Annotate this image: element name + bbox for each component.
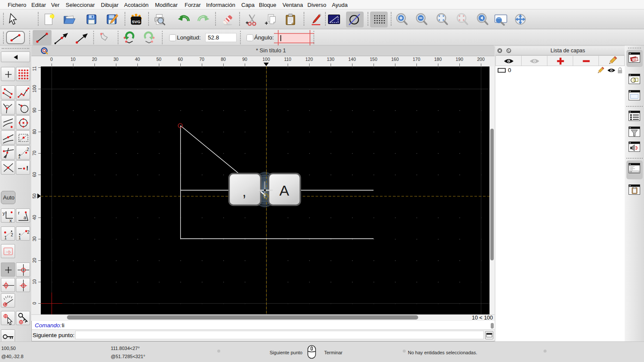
svg-text:190: 190 bbox=[456, 57, 463, 62]
svg-text:2: 2 bbox=[27, 147, 29, 152]
svg-text:y: y bbox=[3, 211, 5, 216]
svg-text:180: 180 bbox=[434, 57, 442, 62]
svg-text:A: A bbox=[279, 182, 289, 199]
svg-text:30: 30 bbox=[32, 236, 37, 241]
svg-text:0: 0 bbox=[32, 302, 37, 305]
svg-text:50: 50 bbox=[156, 57, 161, 62]
svg-text:SVG: SVG bbox=[132, 19, 140, 24]
svg-text:80: 80 bbox=[32, 129, 37, 134]
svg-text:100: 100 bbox=[32, 85, 37, 93]
svg-text:a: a bbox=[24, 215, 27, 220]
svg-text:1: 1 bbox=[4, 235, 7, 240]
svg-text:2: 2 bbox=[27, 230, 30, 235]
svg-text:170: 170 bbox=[413, 57, 420, 62]
svg-text:r: r bbox=[18, 210, 20, 215]
svg-text:10: 10 bbox=[70, 57, 76, 62]
svg-text:40: 40 bbox=[135, 57, 140, 62]
svg-text:,: , bbox=[242, 183, 246, 199]
svg-text:200: 200 bbox=[477, 57, 485, 62]
svg-text:140: 140 bbox=[348, 57, 356, 62]
svg-text:!: ! bbox=[26, 164, 28, 172]
svg-text:160: 160 bbox=[391, 57, 399, 62]
svg-text:50: 50 bbox=[32, 193, 37, 199]
svg-text:40: 40 bbox=[32, 215, 37, 220]
svg-text:150: 150 bbox=[370, 57, 377, 62]
svg-text:100: 100 bbox=[262, 57, 270, 62]
svg-text:70: 70 bbox=[199, 57, 204, 62]
svg-text:70: 70 bbox=[32, 151, 37, 156]
svg-text:20: 20 bbox=[92, 57, 97, 62]
svg-text:120: 120 bbox=[305, 57, 313, 62]
svg-text:30: 30 bbox=[113, 57, 118, 62]
svg-text:0: 0 bbox=[50, 57, 53, 62]
svg-text:110: 110 bbox=[284, 57, 292, 62]
svg-text:90: 90 bbox=[242, 57, 247, 62]
svg-text:10: 10 bbox=[32, 279, 37, 284]
svg-text:80: 80 bbox=[221, 57, 226, 62]
svg-text:1: 1 bbox=[18, 235, 21, 240]
svg-text:130: 130 bbox=[327, 57, 334, 62]
svg-text:20: 20 bbox=[32, 258, 37, 263]
svg-text:60: 60 bbox=[178, 57, 183, 62]
svg-text:90: 90 bbox=[32, 108, 37, 113]
svg-text:x: x bbox=[9, 218, 12, 223]
svg-text:60: 60 bbox=[32, 172, 37, 177]
svg-text:110: 110 bbox=[32, 66, 37, 71]
svg-text:2: 2 bbox=[11, 232, 13, 237]
